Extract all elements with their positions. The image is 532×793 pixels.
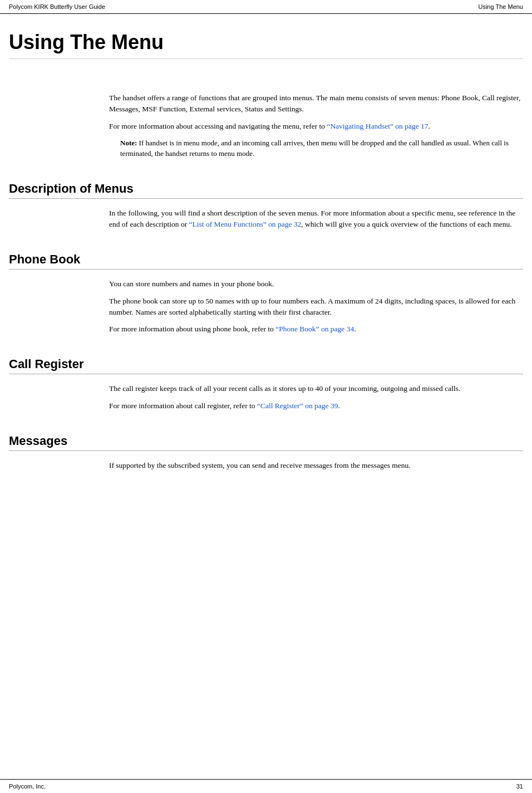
phone-book-text-3: For more information about using phone b… bbox=[109, 325, 275, 333]
messages-paragraph-1: If supported by the subscribed system, y… bbox=[109, 460, 523, 471]
note-text: Note: If handset is in menu mode, and an… bbox=[120, 138, 523, 159]
intro-paragraph-1: The handset offers a range of functions … bbox=[109, 92, 523, 115]
call-register-heading: Call Register bbox=[9, 357, 523, 374]
phone-book-link[interactable]: “Phone Book” on page 34 bbox=[275, 325, 354, 333]
note-body: If handset is in menu mode, and an incom… bbox=[120, 139, 509, 158]
intro-paragraph-2-text: For more information about accessing and… bbox=[109, 122, 327, 130]
header-left: Polycom KIRK Butterfly User Guide bbox=[9, 3, 105, 10]
phone-book-paragraph-2: The phone book can store up to 50 names … bbox=[109, 296, 523, 319]
phone-book-text-2: The phone book can store up to 50 names … bbox=[109, 297, 515, 316]
call-register-paragraph-2: For more information about call register… bbox=[109, 400, 523, 412]
header-right: Using The Menu bbox=[478, 3, 523, 10]
messages-content: If supported by the subscribed system, y… bbox=[109, 460, 523, 471]
page-title: Using The Menu bbox=[9, 31, 523, 59]
call-register-text-2: For more information about call register… bbox=[109, 402, 257, 410]
footer-bar: Polycom, Inc. 31 bbox=[0, 779, 532, 793]
intro-paragraph-2: For more information about accessing and… bbox=[109, 121, 523, 132]
call-register-content: The call register keeps track of all you… bbox=[109, 383, 523, 412]
messages-heading: Messages bbox=[9, 434, 523, 451]
desc-text-after: , which will give you a quick overview o… bbox=[301, 220, 511, 228]
footer-left: Polycom, Inc. bbox=[9, 783, 46, 790]
note-block: Note: If handset is in menu mode, and an… bbox=[120, 138, 523, 159]
phone-book-paragraph-3: For more information about using phone b… bbox=[109, 324, 523, 335]
description-of-menus-content: In the following, you will find a short … bbox=[109, 208, 523, 231]
call-register-text-1: The call register keeps track of all you… bbox=[109, 384, 460, 393]
navigating-handset-link[interactable]: “Navigating Handset” on page 17 bbox=[327, 122, 428, 130]
header-bar: Polycom KIRK Butterfly User Guide Using … bbox=[0, 0, 532, 14]
note-label: Note: bbox=[120, 139, 137, 147]
phone-book-content: You can store numbers and names in your … bbox=[109, 278, 523, 335]
description-of-menus-paragraph: In the following, you will find a short … bbox=[109, 208, 523, 231]
intro-block: The handset offers a range of functions … bbox=[109, 92, 523, 159]
call-register-text-2-end: . bbox=[338, 402, 339, 410]
phone-book-text-1: You can store numbers and names in your … bbox=[109, 280, 274, 288]
intro-paragraph-2-end: . bbox=[428, 122, 430, 130]
phone-book-heading: Phone Book bbox=[9, 252, 523, 270]
page: Polycom KIRK Butterfly User Guide Using … bbox=[0, 0, 532, 793]
call-register-link[interactable]: “Call Register” on page 39 bbox=[257, 402, 338, 410]
description-of-menus-heading: Description of Menus bbox=[9, 182, 523, 199]
footer-right: 31 bbox=[516, 783, 523, 790]
phone-book-text-3-end: . bbox=[354, 325, 356, 333]
messages-text-1: If supported by the subscribed system, y… bbox=[109, 461, 411, 469]
call-register-paragraph-1: The call register keeps track of all you… bbox=[109, 383, 523, 394]
main-content: Using The Menu The handset offers a rang… bbox=[0, 14, 532, 779]
phone-book-paragraph-1: You can store numbers and names in your … bbox=[109, 278, 523, 290]
list-of-menu-functions-link[interactable]: “List of Menu Functions” on page 32 bbox=[189, 220, 302, 228]
